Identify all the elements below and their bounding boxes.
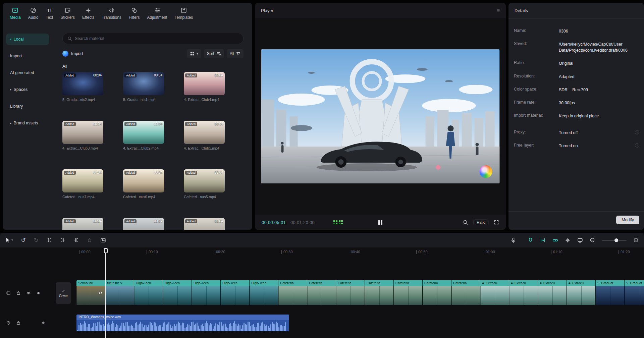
media-clip-thumbnail[interactable]: Added00:04 xyxy=(62,121,103,144)
timeline-zoom-slider[interactable] xyxy=(602,240,627,241)
timeline-video-clip[interactable]: futuristic v xyxy=(105,280,134,305)
media-clip-thumbnail[interactable]: Added00:04 xyxy=(62,218,103,230)
media-clip-thumbnail[interactable]: Added00:04 xyxy=(184,169,225,192)
record-voiceover-icon[interactable] xyxy=(511,237,516,243)
media-clip-thumbnail[interactable]: Added00:04 xyxy=(62,72,103,95)
media-clip[interactable]: Added00:04Cafeteri...nus5.mp4 xyxy=(184,169,225,199)
pause-button[interactable] xyxy=(378,220,382,225)
info-icon[interactable] xyxy=(635,143,639,148)
delete-button[interactable] xyxy=(87,237,92,243)
view-mode-button[interactable]: ▾ xyxy=(187,49,201,58)
media-clip[interactable]: Added00:045. Gradu...nts1.mp4 xyxy=(123,72,164,102)
media-clip-thumbnail[interactable]: Added00:04 xyxy=(123,121,164,144)
tab-filters[interactable]: Filters xyxy=(125,4,144,22)
media-clip-thumbnail[interactable]: Added00:04 xyxy=(184,72,225,95)
sidebar-item-local[interactable]: ▾ Local xyxy=(6,34,49,45)
cover-button[interactable]: Cover xyxy=(56,282,71,304)
split-button[interactable] xyxy=(47,237,52,243)
info-icon[interactable] xyxy=(635,130,639,134)
sidebar-item-ai-generated[interactable]: AI generated xyxy=(6,67,49,78)
timeline-video-clip[interactable]: Cafeteria xyxy=(394,280,423,305)
timeline-video-clip[interactable]: 5. Graduat xyxy=(596,280,625,305)
media-clip[interactable]: Added00:044. Extrac...Club3.mp4 xyxy=(62,121,103,150)
undo-button[interactable]: ↺ xyxy=(21,237,26,243)
mute-icon[interactable] xyxy=(41,321,46,325)
lock-icon[interactable] xyxy=(16,291,21,295)
timeline-video-clip[interactable]: 5. Graduat xyxy=(625,280,644,305)
media-clip[interactable]: Added00:044. Extrac...Club1.mp4 xyxy=(184,121,225,150)
timeline-video-clip[interactable]: Cafeteria xyxy=(365,280,394,305)
track-thumbnail-icon[interactable] xyxy=(6,291,11,295)
zoom-in-icon[interactable] xyxy=(633,237,639,243)
player-menu-icon[interactable]: ≡ xyxy=(497,7,500,13)
tab-media[interactable]: Media xyxy=(6,4,24,22)
auto-snapping-toggle[interactable] xyxy=(540,237,546,243)
zoom-out-icon[interactable] xyxy=(590,237,595,243)
delete-left-button[interactable] xyxy=(60,237,65,243)
media-clip-thumbnail[interactable]: Added00:04 xyxy=(184,121,225,144)
search-bar[interactable] xyxy=(62,33,244,44)
media-clip[interactable]: Added00:044. Extrac...Club4.mp4 xyxy=(184,72,225,102)
search-input[interactable] xyxy=(75,36,238,41)
media-clip[interactable]: Added00:04Cafeteri...nus6.mp4 xyxy=(123,169,164,199)
timeline-video-clip[interactable]: High-Tech xyxy=(134,280,163,305)
media-clip[interactable]: Added00:04Cafeteri...nus7.mp4 xyxy=(62,169,103,199)
filter-all-button[interactable]: All xyxy=(227,49,244,58)
media-clip-thumbnail[interactable]: Added00:04 xyxy=(123,218,164,230)
sidebar-item-import[interactable]: Import xyxy=(6,50,49,62)
timeline-video-clip[interactable]: Cafeteria xyxy=(278,280,307,305)
eye-icon[interactable] xyxy=(26,291,31,295)
clip-trim-handles[interactable]: ‹› xyxy=(99,290,102,295)
media-clip[interactable]: Added00:04 xyxy=(123,218,164,230)
adjust-track-height-icon[interactable] xyxy=(577,237,583,243)
mute-icon[interactable] xyxy=(36,291,41,295)
timeline-video-clip[interactable]: 4. Extracu xyxy=(538,280,567,305)
lock-icon[interactable] xyxy=(16,321,21,325)
sidebar-item-library[interactable]: Library xyxy=(6,101,49,112)
timeline-video-clip[interactable]: 4. Extracu xyxy=(509,280,538,305)
timeline-ruler[interactable]: 00:0000:1000:2000:3000:4000:5001:0001:10… xyxy=(0,247,644,258)
timeline-video-clip[interactable]: 4. Extracu xyxy=(567,280,596,305)
redo-button[interactable]: ↻ xyxy=(34,237,39,243)
timeline-video-clip[interactable]: Cafeteria xyxy=(336,280,365,305)
sort-button[interactable]: Sort xyxy=(204,49,224,58)
playhead-handle[interactable] xyxy=(104,248,108,253)
tab-templates[interactable]: Templates xyxy=(171,4,197,22)
timeline-video-clip[interactable]: 4. Extracu xyxy=(480,280,509,305)
tab-stickers[interactable]: Stickers xyxy=(57,4,78,22)
delete-right-button[interactable] xyxy=(73,237,79,243)
sidebar-item-brand-assets[interactable]: ▸ Brand assets xyxy=(6,117,49,129)
sidebar-item-spaces[interactable]: ▸ Spaces xyxy=(6,84,49,95)
link-clips-toggle[interactable] xyxy=(552,237,558,243)
timeline-video-clip[interactable]: Cafeteria xyxy=(423,280,451,305)
timeline-video-clip[interactable]: High-Tech xyxy=(163,280,192,305)
media-clip[interactable]: Added00:04 xyxy=(62,218,103,230)
select-tool-button[interactable]: ▾ xyxy=(5,237,13,243)
modify-button[interactable]: Modify xyxy=(616,216,639,224)
media-clip-thumbnail[interactable]: Added00:04 xyxy=(123,169,164,192)
timeline-video-clip[interactable]: High-Tech xyxy=(192,280,221,305)
video-preview[interactable] xyxy=(261,49,500,183)
timeline-video-clip[interactable]: High-Tech xyxy=(250,280,278,305)
media-clip-thumbnail[interactable]: Added00:04 xyxy=(184,218,225,230)
audio-clip[interactable]: INTRO_Womans_Voice.wav xyxy=(76,315,289,331)
fullscreen-icon[interactable] xyxy=(494,220,499,225)
tab-adjustment[interactable]: Adjustment xyxy=(143,4,171,22)
timeline-video-clip[interactable]: Cafeteria xyxy=(451,280,480,305)
zoom-slider-handle[interactable] xyxy=(614,238,618,242)
media-clip-thumbnail[interactable]: Added00:04 xyxy=(62,169,103,192)
import-button[interactable]: Import xyxy=(62,51,83,57)
audio-track-icon[interactable] xyxy=(6,321,11,325)
preview-axis-toggle[interactable] xyxy=(565,237,571,243)
tab-audio[interactable]: Audio xyxy=(24,4,42,22)
media-clip[interactable]: Added00:044. Extrac...Club2.mp4 xyxy=(123,121,164,150)
playhead[interactable] xyxy=(105,248,108,338)
timeline-video-clip[interactable]: High-Tech xyxy=(221,280,250,305)
media-clip[interactable]: Added00:045. Gradu...nts2.mp4 xyxy=(62,72,103,102)
media-clip-thumbnail[interactable]: Added00:04 xyxy=(123,72,164,95)
ratio-button[interactable]: Ratio xyxy=(474,220,488,225)
tab-effects[interactable]: Effects xyxy=(78,4,98,22)
tab-transitions[interactable]: Transitions xyxy=(98,4,125,22)
media-clip[interactable]: Added00:04 xyxy=(184,218,225,230)
main-track-magnet-toggle[interactable] xyxy=(528,237,533,243)
